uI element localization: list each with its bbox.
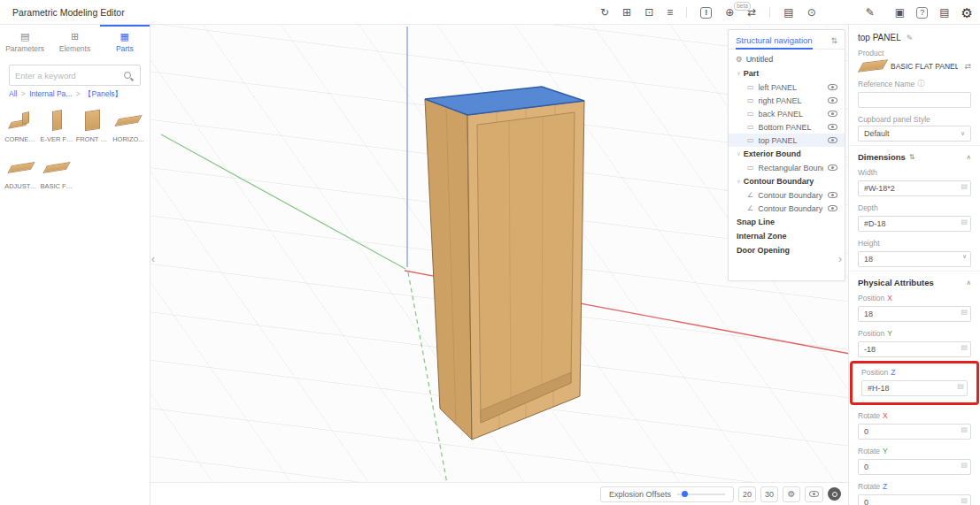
tree-item-right-panel[interactable]: ▭ right PANEL [729,94,845,107]
structural-navigation-title[interactable]: Structural navigation [736,35,813,50]
tree-item-label: Contour Boundary-1 [758,191,823,200]
section-dimensions[interactable]: Dimensions ⇅ ∧ [849,145,980,165]
library-item-adjustable[interactable]: ADJUSTA... [4,152,39,190]
expand-panel-chevron-icon[interactable]: › [838,255,842,264]
formula-icon[interactable]: ▤ [961,461,968,469]
visibility-eye-icon[interactable] [828,124,837,130]
breadcrumb-panels[interactable]: 【Panels】 [84,89,122,98]
help-icon[interactable]: ? [916,7,928,19]
tree-group-part[interactable]: ∨ Part [729,66,845,80]
slider-knob[interactable] [682,491,688,497]
measure-icon[interactable]: ⊡ [644,7,653,18]
selected-part-title: top PANEL [858,33,901,42]
visibility-eye-icon[interactable] [828,165,837,171]
visibility-toggle-button[interactable] [805,486,823,502]
tree-group-door-opening[interactable]: Door Opening [729,243,845,257]
tree-item-rectangular-bound[interactable]: ▭ Rectangular Bound [729,161,845,174]
formula-icon[interactable]: ▤ [961,182,968,190]
reference-name-input[interactable] [858,92,971,108]
library-item-basic-flat[interactable]: BASIC FL... [39,152,74,190]
tree-item-left-panel[interactable]: ▭ left PANEL [729,80,845,94]
properties-panel: top PANEL ✎ Product BASIC FLAT PANEL ⇄ R… [848,25,980,505]
cupboard-style-select[interactable]: Default ∨ [858,126,971,142]
tree-group-label: Internal Zone [737,232,787,241]
tree-item-top-panel-selected[interactable]: ▭ top PANEL [729,134,845,147]
collapse-caret-icon[interactable]: ∧ [967,279,972,287]
reset-view-button[interactable] [828,487,841,501]
sort-icon[interactable]: ⇅ [909,153,915,161]
link-icon[interactable]: ⇄ [747,7,756,18]
section-physical-attributes[interactable]: Physical Attributes ∧ [849,271,980,290]
export-image-icon[interactable]: ▣ [895,7,905,18]
info-icon[interactable]: ⓘ [917,79,924,88]
formula-icon[interactable]: ▤ [961,308,968,316]
tab-elements[interactable]: ⊞ Elements [50,25,99,58]
tree-item-contour-boundary-2[interactable]: ∠ Contour Boundary-2 [729,202,845,215]
formula-icon[interactable]: ▤ [961,218,968,226]
visibility-eye-icon[interactable] [828,192,837,198]
breadcrumb: All > Internal Pa... > 【Panels】 [9,89,141,100]
depth-input[interactable] [858,216,971,232]
tree-item-back-panel[interactable]: ▭ back PANEL [729,107,845,120]
visibility-eye-icon[interactable] [828,111,837,117]
library-item-e-ver[interactable]: E-VER FR... [39,105,74,143]
panel-collapse-icon[interactable]: ⇅ [830,36,837,49]
account-icon[interactable]: ⊙ [807,7,816,18]
search-icon[interactable] [124,72,131,79]
visibility-eye-icon[interactable] [828,137,837,143]
breadcrumb-internal[interactable]: Internal Pa... [29,89,72,98]
orbit-view-icon[interactable]: ↻ [600,7,609,18]
tree-group-internal-zone[interactable]: Internal Zone [729,229,845,243]
document-icon[interactable]: ▤ [783,7,793,18]
tree-group-label: Exterior Bound [744,149,801,158]
visibility-eye-icon[interactable] [828,205,837,211]
position-y-input[interactable] [858,341,971,357]
collapse-sidebar-chevron-icon[interactable]: ‹ [151,255,155,264]
collapse-caret-icon[interactable]: ∧ [967,153,972,161]
formula-icon[interactable]: ▤ [957,382,964,390]
formula-icon[interactable]: ▤ [961,343,968,351]
warning-icon[interactable]: ! [700,7,712,19]
library-item-front[interactable]: FRONT P... [75,105,111,143]
width-input[interactable] [858,180,971,196]
docs-icon[interactable]: ▤ [939,7,949,18]
grid-size-20-button[interactable]: 20 [738,486,756,502]
align-icon[interactable]: ≡ [667,7,673,18]
tree-root-untitled[interactable]: ⚙ Untitled [729,52,845,66]
search-input[interactable] [10,71,124,80]
product-row[interactable]: BASIC FLAT PANEL ⇄ [858,61,971,71]
edit-pencil-icon[interactable]: ✎ [866,7,875,18]
position-z-input[interactable] [861,380,968,396]
formula-icon[interactable]: ▤ [961,496,968,504]
rotate-x-input[interactable] [858,424,971,440]
cabinet-back-panel[interactable] [477,112,575,423]
viewport-settings-button[interactable]: ⚙ [783,486,800,502]
tree-item-contour-boundary-1[interactable]: ∠ Contour Boundary-1 [729,188,845,202]
breadcrumb-all[interactable]: All [9,89,17,98]
height-select[interactable] [858,251,971,267]
tab-parameters[interactable]: ▤ Parameters [0,25,50,58]
explosion-offsets-slider[interactable] [677,494,725,495]
rotate-z-input[interactable] [858,494,971,505]
toolbar-right-group: ✎ ▣ ? ▤ ⚙ [866,0,973,25]
tree-item-label: top PANEL [759,136,823,145]
tree-group-contour-boundary[interactable]: ∨ Contour Boundary [729,174,845,188]
tree-group-snap-line[interactable]: Snap Line [729,215,845,229]
grid-size-30-button[interactable]: 30 [760,486,778,502]
rotate-y-input[interactable] [858,459,971,475]
swap-product-icon[interactable]: ⇄ [964,62,971,71]
library-item-horizontal[interactable]: HORIZO... [111,105,146,143]
visibility-eye-icon[interactable] [828,97,837,103]
globe-icon[interactable]: ⊕beta [725,7,734,18]
formula-icon[interactable]: ▤ [961,425,968,433]
position-x-input[interactable] [858,306,971,322]
cabinet-left-panel[interactable] [425,99,472,440]
tab-parts[interactable]: ▦ Parts [100,25,150,58]
visibility-eye-icon[interactable] [828,84,837,90]
rename-pencil-icon[interactable]: ✎ [907,34,914,42]
tree-group-exterior-bound[interactable]: ∨ Exterior Bound [729,147,845,161]
tree-item-bottom-panel[interactable]: ▭ Bottom PANEL [729,120,845,134]
library-item-corner[interactable]: CORNER ... [4,105,39,143]
grid-icon[interactable]: ⊞ [622,7,631,18]
settings-gear-icon[interactable]: ⚙ [961,6,973,19]
